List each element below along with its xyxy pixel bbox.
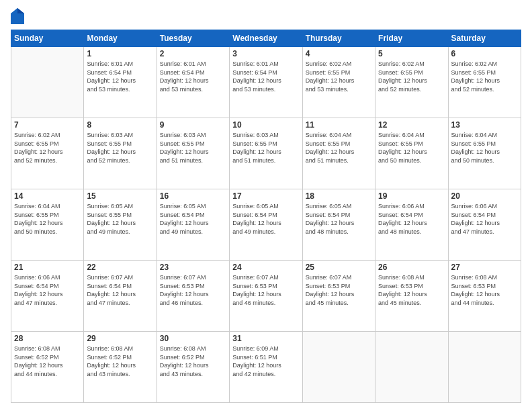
weekday-header-saturday: Saturday <box>448 30 521 47</box>
calendar-cell: 5Sunrise: 6:02 AMSunset: 6:55 PMDaylight… <box>375 47 448 118</box>
day-number: 13 <box>451 120 518 130</box>
calendar-week-1: 1Sunrise: 6:01 AMSunset: 6:54 PMDaylight… <box>11 47 521 118</box>
day-info: Sunrise: 6:06 AMSunset: 6:54 PMDaylight:… <box>378 202 445 236</box>
day-info: Sunrise: 6:07 AMSunset: 6:53 PMDaylight:… <box>232 273 299 307</box>
calendar-cell: 3Sunrise: 6:01 AMSunset: 6:54 PMDaylight… <box>230 47 302 118</box>
day-info: Sunrise: 6:01 AMSunset: 6:54 PMDaylight:… <box>160 60 226 93</box>
day-number: 1 <box>87 49 153 58</box>
calendar-cell: 2Sunrise: 6:01 AMSunset: 6:54 PMDaylight… <box>157 47 229 118</box>
day-number: 22 <box>87 263 153 272</box>
day-number: 11 <box>306 120 372 130</box>
calendar-cell: 7Sunrise: 6:02 AMSunset: 6:55 PMDaylight… <box>11 118 84 189</box>
day-info: Sunrise: 6:04 AMSunset: 6:55 PMDaylight:… <box>14 202 81 236</box>
calendar-table: SundayMondayTuesdayWednesdayThursdayFrid… <box>11 30 521 403</box>
day-info: Sunrise: 6:03 AMSunset: 6:55 PMDaylight:… <box>87 131 153 165</box>
day-info: Sunrise: 6:08 AMSunset: 6:52 PMDaylight:… <box>14 345 81 378</box>
weekday-header-tuesday: Tuesday <box>157 30 229 47</box>
day-number: 7 <box>14 120 81 130</box>
calendar-cell: 8Sunrise: 6:03 AMSunset: 6:55 PMDaylight… <box>84 118 157 189</box>
day-number: 16 <box>160 191 226 201</box>
day-number: 24 <box>232 263 299 272</box>
calendar-cell: 24Sunrise: 6:07 AMSunset: 6:53 PMDayligh… <box>230 261 302 332</box>
day-number: 20 <box>451 191 518 201</box>
day-number: 28 <box>14 334 81 343</box>
day-info: Sunrise: 6:03 AMSunset: 6:55 PMDaylight:… <box>160 131 226 165</box>
weekday-header-friday: Friday <box>375 30 448 47</box>
day-number: 4 <box>306 49 372 58</box>
day-number: 17 <box>232 191 299 201</box>
calendar-week-3: 14Sunrise: 6:04 AMSunset: 6:55 PMDayligh… <box>11 189 521 261</box>
calendar-cell: 30Sunrise: 6:08 AMSunset: 6:52 PMDayligh… <box>157 332 229 403</box>
calendar-cell: 6Sunrise: 6:02 AMSunset: 6:55 PMDaylight… <box>448 47 521 118</box>
calendar-week-5: 28Sunrise: 6:08 AMSunset: 6:52 PMDayligh… <box>11 332 521 403</box>
day-info: Sunrise: 6:04 AMSunset: 6:55 PMDaylight:… <box>306 131 372 165</box>
day-info: Sunrise: 6:01 AMSunset: 6:54 PMDaylight:… <box>87 60 153 93</box>
calendar-cell: 14Sunrise: 6:04 AMSunset: 6:55 PMDayligh… <box>11 189 84 261</box>
calendar-cell: 17Sunrise: 6:05 AMSunset: 6:54 PMDayligh… <box>230 189 302 261</box>
day-number: 10 <box>232 120 299 130</box>
day-info: Sunrise: 6:05 AMSunset: 6:54 PMDaylight:… <box>160 202 226 236</box>
calendar-cell: 22Sunrise: 6:07 AMSunset: 6:54 PMDayligh… <box>84 261 157 332</box>
day-info: Sunrise: 6:06 AMSunset: 6:54 PMDaylight:… <box>14 273 81 307</box>
calendar-cell: 31Sunrise: 6:09 AMSunset: 6:51 PMDayligh… <box>230 332 302 403</box>
calendar-cell: 9Sunrise: 6:03 AMSunset: 6:55 PMDaylight… <box>157 118 229 189</box>
calendar-cell: 12Sunrise: 6:04 AMSunset: 6:55 PMDayligh… <box>375 118 448 189</box>
day-number: 29 <box>87 334 153 343</box>
day-info: Sunrise: 6:07 AMSunset: 6:54 PMDaylight:… <box>87 273 153 307</box>
calendar-cell <box>302 332 375 403</box>
calendar-cell: 28Sunrise: 6:08 AMSunset: 6:52 PMDayligh… <box>11 332 84 403</box>
day-info: Sunrise: 6:05 AMSunset: 6:54 PMDaylight:… <box>306 202 372 236</box>
day-number: 31 <box>232 334 299 343</box>
calendar-cell: 16Sunrise: 6:05 AMSunset: 6:54 PMDayligh… <box>157 189 229 261</box>
calendar-cell: 27Sunrise: 6:08 AMSunset: 6:53 PMDayligh… <box>448 261 521 332</box>
day-number: 14 <box>14 191 81 201</box>
calendar-cell: 29Sunrise: 6:08 AMSunset: 6:52 PMDayligh… <box>84 332 157 403</box>
day-number: 25 <box>306 263 372 272</box>
day-info: Sunrise: 6:08 AMSunset: 6:52 PMDaylight:… <box>87 345 153 378</box>
calendar-header: SundayMondayTuesdayWednesdayThursdayFrid… <box>11 30 521 47</box>
calendar-cell: 20Sunrise: 6:06 AMSunset: 6:54 PMDayligh… <box>448 189 521 261</box>
calendar-body: 1Sunrise: 6:01 AMSunset: 6:54 PMDaylight… <box>11 47 521 403</box>
calendar-cell <box>11 47 84 118</box>
calendar-week-2: 7Sunrise: 6:02 AMSunset: 6:55 PMDaylight… <box>11 118 521 189</box>
weekday-header-monday: Monday <box>84 30 157 47</box>
day-number: 12 <box>378 120 445 130</box>
header <box>11 8 521 24</box>
day-number: 23 <box>160 263 226 272</box>
calendar-cell: 26Sunrise: 6:08 AMSunset: 6:53 PMDayligh… <box>375 261 448 332</box>
day-number: 8 <box>87 120 153 130</box>
calendar-cell: 4Sunrise: 6:02 AMSunset: 6:55 PMDaylight… <box>302 47 375 118</box>
day-number: 3 <box>232 49 299 58</box>
day-number: 18 <box>306 191 372 201</box>
weekday-header-row: SundayMondayTuesdayWednesdayThursdayFrid… <box>11 30 521 47</box>
day-info: Sunrise: 6:07 AMSunset: 6:53 PMDaylight:… <box>306 273 372 307</box>
day-info: Sunrise: 6:08 AMSunset: 6:53 PMDaylight:… <box>378 273 445 307</box>
day-number: 27 <box>451 263 518 272</box>
day-info: Sunrise: 6:04 AMSunset: 6:55 PMDaylight:… <box>378 131 445 165</box>
page: SundayMondayTuesdayWednesdayThursdayFrid… <box>0 0 532 411</box>
calendar-cell: 19Sunrise: 6:06 AMSunset: 6:54 PMDayligh… <box>375 189 448 261</box>
day-number: 26 <box>378 263 445 272</box>
calendar-week-4: 21Sunrise: 6:06 AMSunset: 6:54 PMDayligh… <box>11 261 521 332</box>
calendar-cell: 10Sunrise: 6:03 AMSunset: 6:55 PMDayligh… <box>230 118 302 189</box>
calendar-cell: 15Sunrise: 6:05 AMSunset: 6:55 PMDayligh… <box>84 189 157 261</box>
day-number: 5 <box>378 49 445 58</box>
svg-marker-1 <box>17 8 24 13</box>
day-info: Sunrise: 6:05 AMSunset: 6:55 PMDaylight:… <box>87 202 153 236</box>
calendar-cell <box>375 332 448 403</box>
calendar-cell: 25Sunrise: 6:07 AMSunset: 6:53 PMDayligh… <box>302 261 375 332</box>
weekday-header-sunday: Sunday <box>11 30 84 47</box>
day-number: 30 <box>160 334 226 343</box>
day-info: Sunrise: 6:05 AMSunset: 6:54 PMDaylight:… <box>232 202 299 236</box>
day-info: Sunrise: 6:02 AMSunset: 6:55 PMDaylight:… <box>14 131 81 165</box>
day-number: 15 <box>87 191 153 201</box>
day-info: Sunrise: 6:01 AMSunset: 6:54 PMDaylight:… <box>232 60 299 93</box>
day-info: Sunrise: 6:06 AMSunset: 6:54 PMDaylight:… <box>451 202 518 236</box>
day-number: 9 <box>160 120 226 130</box>
weekday-header-thursday: Thursday <box>302 30 375 47</box>
weekday-header-wednesday: Wednesday <box>230 30 302 47</box>
calendar-cell: 23Sunrise: 6:07 AMSunset: 6:53 PMDayligh… <box>157 261 229 332</box>
day-info: Sunrise: 6:09 AMSunset: 6:51 PMDaylight:… <box>232 345 299 378</box>
day-number: 19 <box>378 191 445 201</box>
calendar-cell: 21Sunrise: 6:06 AMSunset: 6:54 PMDayligh… <box>11 261 84 332</box>
